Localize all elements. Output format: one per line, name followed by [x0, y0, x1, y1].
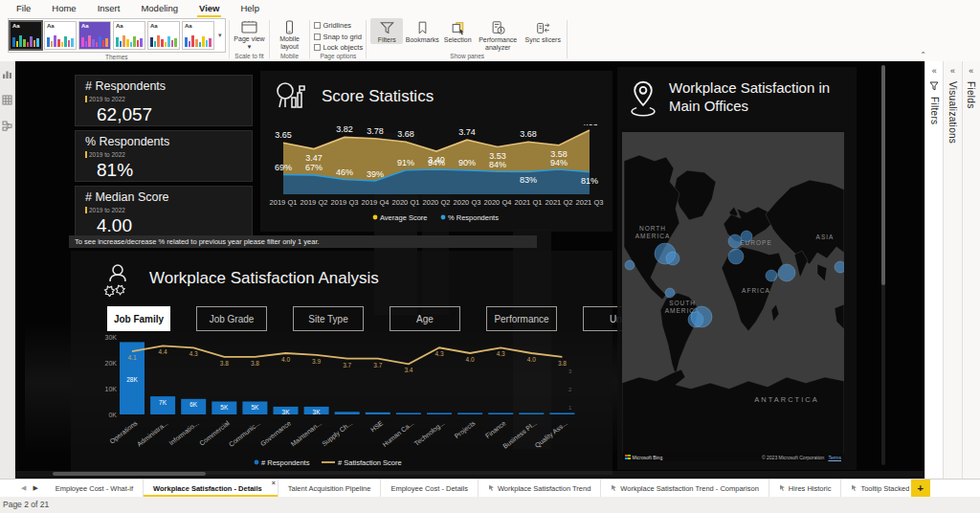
svg-text:3.7: 3.7 [373, 362, 382, 368]
pane-strip-visualizations[interactable]: «Visualizations [943, 61, 961, 479]
next-page-arrow[interactable]: ▶ [33, 484, 37, 492]
svg-text:Average Score: Average Score [380, 213, 427, 222]
pane-strip-filters[interactable]: «Filters [924, 61, 943, 479]
vertical-scrollbar-thumb[interactable] [881, 65, 885, 285]
data-view-icon[interactable] [2, 95, 12, 105]
slicer-button-performance[interactable]: Performance [486, 306, 557, 331]
map-visual[interactable]: Workplace Satisfaction in Main Offices N… [617, 67, 857, 470]
menu-help[interactable]: Help [230, 0, 270, 17]
theme-thumbnail-2[interactable]: Aa [44, 21, 77, 50]
satisfaction-analysis-visual[interactable]: Workplace Satisfaction Analysis Job Fami… [71, 251, 612, 475]
page-tab-label: Employee Cost - Details [390, 484, 467, 493]
analysis-slicer-buttons: Job FamilyJob GradeSite TypeAgePerforman… [107, 306, 654, 331]
page-view-button[interactable]: Page view ▾ [234, 18, 266, 50]
menu-modeling[interactable]: Modeling [130, 0, 189, 17]
horizontal-scrollbar-thumb[interactable] [53, 472, 206, 476]
mobile-layout-button[interactable]: Mobile layout [274, 18, 306, 50]
page-tab-employee-cost-details[interactable]: Employee Cost - Details [381, 480, 478, 497]
page-tab-label: Hires Historic [789, 484, 832, 493]
themes-gallery: AaAaAaAaAaAa▾ [8, 18, 226, 53]
page-tab-workplace-satisfaction-trend-comparison[interactable]: Workplace Satisfaction Trend - Compariso… [601, 480, 769, 497]
themes-gallery-dropdown-icon[interactable]: ▾ [216, 32, 224, 39]
checkbox-gridlines[interactable]: Gridlines [314, 21, 364, 30]
prev-page-arrow[interactable]: ◀ [21, 484, 26, 492]
report-view-icon[interactable] [2, 69, 12, 79]
close-page-icon[interactable]: × [272, 480, 276, 486]
score-statistics-visual[interactable]: Score Statistics 3.653.473.823.783.683.4… [260, 71, 612, 232]
page-tab-employee-cost-what-if[interactable]: Employee Cost - What-if [46, 480, 144, 497]
svg-text:3.65: 3.65 [275, 130, 292, 140]
svg-text:2: 2 [568, 387, 572, 392]
svg-text:SOUTH: SOUTH [669, 300, 696, 306]
page-tab-workplace-satisfaction-trend[interactable]: Workplace Satisfaction Trend [479, 480, 601, 497]
page-tab-talent-acquisition-pipeline[interactable]: Talent Acquisition Pipeline [278, 480, 382, 497]
theme-thumbnail-6[interactable]: Aa [182, 21, 214, 50]
expand-pane-icon[interactable]: « [932, 66, 937, 76]
checkbox-box[interactable] [314, 44, 321, 51]
kpi-card-respondents[interactable]: % Respondents2019 to 202281% [75, 130, 253, 182]
kpi-card-respondents[interactable]: # Respondents2019 to 202262,057 [75, 75, 253, 126]
checkbox-box[interactable] [314, 33, 321, 40]
page-view-icon [241, 20, 257, 34]
kpi-card-medianscore[interactable]: # Median Score2019 to 20224.00 [75, 186, 253, 237]
svg-text:4.3: 4.3 [189, 350, 198, 357]
respondents-bars[interactable]: 28K7K6K5K5K3K3K [120, 342, 574, 415]
combo-legend: # Respondents# Satisfaction Score [255, 458, 402, 467]
score-statistics-chart[interactable]: 3.653.473.823.783.683.403.743.533.683.58… [268, 124, 605, 228]
score-statistics-icon [272, 78, 308, 115]
menu-insert[interactable]: Insert [87, 0, 131, 17]
theme-aa-label: Aa [47, 23, 55, 29]
performance-analyzer-pane-button[interactable]: Performance analyzer [477, 18, 519, 51]
svg-text:39%: 39% [367, 169, 384, 179]
theme-bars [81, 33, 108, 47]
theme-bars [47, 33, 74, 47]
theme-bars [116, 33, 143, 47]
selection-pane-button[interactable]: Selection [441, 18, 474, 44]
slicer-button-site-type[interactable]: Site Type [293, 306, 364, 331]
slicer-button-job-grade[interactable]: Job Grade [196, 306, 267, 331]
theme-thumbnail-1[interactable]: Aa [10, 21, 42, 50]
expand-pane-icon[interactable]: « [969, 66, 973, 76]
sync-slicers-pane-button[interactable]: Sync slicers [522, 18, 564, 44]
page-tab-workplace-satisfaction-details[interactable]: Workplace Satisfaction - Details× [144, 480, 278, 497]
theme-thumbnail-3[interactable]: Aa [78, 21, 111, 50]
page-tab-hires-historic[interactable]: Hires Historic [769, 480, 842, 497]
svg-text:Supply Ch...: Supply Ch... [321, 419, 354, 448]
slicer-button-age[interactable]: Age [390, 306, 460, 331]
filters-pane-button[interactable]: Filters [370, 18, 403, 44]
menu-file[interactable]: File [6, 0, 41, 17]
menu-view[interactable]: View [189, 0, 230, 17]
kpi-period: 2019 to 2022 [85, 96, 125, 102]
kpi-value: 4.00 [97, 215, 132, 236]
terms-link[interactable]: Terms [828, 455, 841, 460]
pane-strip-fields[interactable]: «Fields [962, 61, 980, 479]
svg-text:4.3: 4.3 [497, 350, 505, 357]
checkbox-label: Gridlines [323, 21, 352, 30]
job-family-combo-chart[interactable]: 0K10K20K30K28K7K6K5K5K3K3K4.14.44.33.83.… [92, 335, 575, 471]
period-accent-bar [85, 96, 87, 102]
model-view-icon[interactable] [2, 121, 12, 131]
new-page-button[interactable]: + [911, 480, 930, 497]
collapse-ribbon-icon[interactable]: ⌃ [920, 51, 926, 59]
svg-text:83%: 83% [520, 175, 537, 185]
bookmarks-pane-button[interactable]: Bookmarks [406, 18, 438, 44]
checkbox-snap-to-grid[interactable]: Snap to grid [314, 33, 364, 41]
page-tab-tooltip-stacked-chart-ecd[interactable]: Tooltip Stacked Chart ECD [841, 480, 908, 497]
svg-text:4.3: 4.3 [434, 350, 443, 357]
menu-home[interactable]: Home [41, 0, 86, 17]
checkbox-box[interactable] [314, 22, 321, 29]
pane-button-label: Selection [444, 36, 472, 44]
slicer-button-job-family[interactable]: Job Family [107, 306, 170, 331]
theme-thumbnail-5[interactable]: Aa [147, 21, 180, 50]
world-map[interactable]: NORTHAMERICAEUROPEASIAAFRICASOUTHAMERICA… [622, 128, 844, 461]
svg-text:Human Ca...: Human Ca... [381, 419, 414, 448]
theme-thumbnail-4[interactable]: Aa [113, 21, 145, 50]
expand-pane-icon[interactable]: « [950, 66, 955, 76]
score-legend: Average Score% Respondents [373, 213, 500, 222]
page-tab-label: Workplace Satisfaction - Details [153, 484, 262, 493]
svg-text:84%: 84% [489, 160, 506, 169]
vertical-scrollbar [881, 65, 885, 465]
checkbox-lock-objects[interactable]: Lock objects [314, 43, 364, 52]
svg-text:0K: 0K [108, 412, 117, 418]
svg-text:3K: 3K [282, 409, 291, 415]
